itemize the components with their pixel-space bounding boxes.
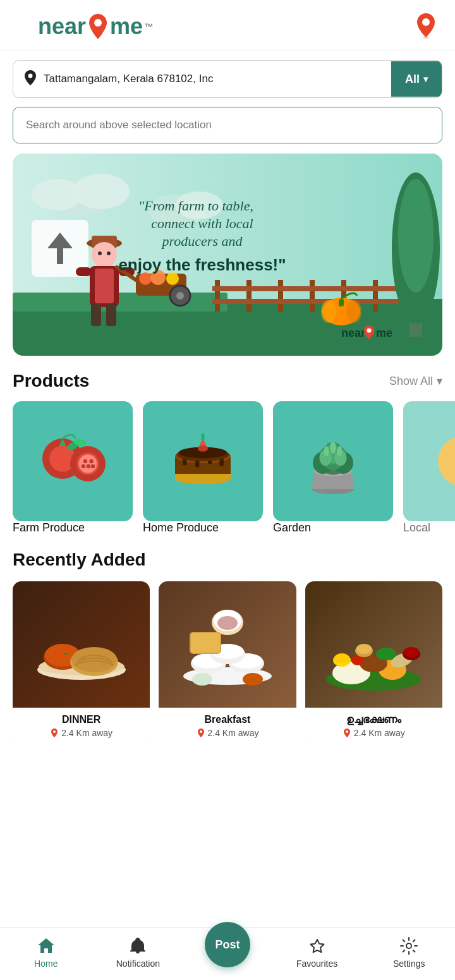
svg-point-129 — [404, 647, 419, 657]
svg-text:producers and: producers and — [161, 233, 243, 249]
svg-rect-30 — [76, 267, 92, 276]
svg-point-132 — [346, 730, 348, 733]
svg-point-60 — [79, 455, 97, 473]
chevron-down-icon: ▾ — [423, 74, 428, 84]
logo-near-icon — [15, 13, 38, 40]
svg-text:enjoy the freshness!": enjoy the freshness!" — [118, 255, 286, 274]
svg-rect-81 — [175, 474, 231, 480]
nav-favourites[interactable]: Favourites — [292, 936, 343, 969]
breakfast-distance: 2.4 Km away — [165, 728, 289, 738]
svg-point-26 — [98, 251, 102, 255]
location-text: Tattamangalam, Kerala 678102, Inc — [44, 73, 213, 85]
product-card-home[interactable]: Home Produce — [143, 401, 263, 535]
products-section-header: Products Show All ▾ — [0, 371, 455, 391]
settings-icon — [399, 936, 419, 956]
breakfast-image — [159, 581, 296, 708]
svg-point-25 — [92, 242, 117, 267]
all-filter-button[interactable]: All ▾ — [391, 61, 442, 97]
nav-notification[interactable]: Notification — [112, 936, 163, 969]
svg-point-3 — [28, 74, 33, 78]
svg-point-47 — [398, 179, 434, 293]
svg-point-126 — [334, 653, 349, 663]
notification-icon — [128, 936, 148, 956]
nav-home[interactable]: Home — [21, 936, 71, 969]
nav-post-button[interactable]: Post — [205, 922, 250, 967]
svg-rect-32 — [91, 304, 101, 326]
svg-point-27 — [107, 251, 111, 255]
location-bar[interactable]: Tattamangalam, Kerala 678102, Inc All ▾ — [13, 60, 442, 98]
svg-point-64 — [82, 464, 85, 468]
dinner-card-body: DINNER 2.4 Km away — [13, 708, 150, 746]
svg-point-1 — [422, 18, 430, 26]
svg-point-131 — [356, 644, 372, 654]
local-label: Local — [403, 521, 430, 534]
svg-point-111 — [192, 673, 212, 686]
recently-added-section: Recently Added — [0, 550, 455, 746]
svg-point-43 — [346, 300, 361, 323]
location-input-area[interactable]: Tattamangalam, Kerala 678102, Inc — [13, 61, 391, 97]
nav-notification-label: Notification — [116, 959, 160, 969]
svg-point-100 — [71, 647, 117, 672]
svg-rect-6 — [13, 293, 228, 312]
recent-card-dinner[interactable]: DINNER 2.4 Km away — [13, 581, 150, 746]
garden-image — [273, 401, 393, 521]
logo-tm: ™ — [144, 21, 153, 32]
location-pin-icon — [23, 70, 37, 88]
svg-point-92 — [324, 446, 329, 456]
svg-rect-29 — [95, 269, 114, 303]
product-card-farm[interactable]: Farm Produce — [13, 401, 133, 535]
product-card-local[interactable]: Local — [403, 401, 455, 535]
svg-text:connect with local: connect with local — [151, 215, 253, 231]
lunch-card-body: ഉച്ചഭക്ഷണം 2.4 Km away — [305, 708, 442, 746]
local-image — [403, 401, 455, 521]
dinner-distance: 2.4 Km away — [19, 728, 143, 738]
breakfast-card-body: Breakfast 2.4 Km away — [159, 708, 296, 746]
svg-point-78 — [198, 445, 208, 452]
svg-rect-10 — [310, 280, 315, 312]
header: near me ™ — [0, 0, 455, 51]
svg-text:near: near — [341, 327, 365, 339]
search-bar[interactable] — [13, 107, 442, 143]
svg-point-115 — [217, 616, 238, 630]
recently-added-title: Recently Added — [13, 550, 442, 570]
banner-illustration: "From farm to table, connect with local … — [13, 154, 442, 356]
svg-rect-33 — [106, 304, 116, 326]
nav-settings[interactable]: Settings — [384, 936, 434, 969]
favourites-icon — [307, 936, 327, 956]
breakfast-title: Breakfast — [165, 714, 289, 725]
svg-point-118 — [200, 730, 202, 733]
svg-rect-7 — [215, 280, 220, 312]
svg-point-62 — [89, 459, 93, 463]
svg-point-101 — [58, 654, 61, 658]
svg-rect-8 — [246, 280, 252, 312]
svg-text:me: me — [376, 327, 392, 339]
nav-favourites-label: Favourites — [296, 959, 337, 969]
home-produce-image — [143, 401, 263, 521]
svg-point-37 — [166, 272, 179, 285]
svg-rect-14 — [212, 286, 415, 291]
show-all-button[interactable]: Show All ▾ — [389, 374, 442, 388]
logo-text-me: me — [110, 13, 143, 40]
svg-rect-15 — [212, 299, 415, 304]
svg-point-93 — [337, 446, 342, 456]
recent-card-breakfast[interactable]: Breakfast 2.4 Km away — [159, 581, 296, 746]
product-card-garden[interactable]: Garden — [273, 401, 393, 535]
nav-settings-label: Settings — [393, 959, 425, 969]
search-input[interactable] — [13, 107, 442, 143]
svg-point-65 — [91, 464, 95, 468]
home-icon — [36, 936, 56, 956]
svg-point-91 — [330, 442, 336, 454]
svg-point-53 — [367, 329, 372, 333]
dinner-title: DINNER — [19, 714, 143, 725]
svg-point-18 — [32, 179, 82, 210]
all-label: All — [405, 73, 420, 86]
logo: near me ™ — [15, 13, 153, 40]
banner: "From farm to table, connect with local … — [13, 154, 442, 356]
recent-card-lunch[interactable]: ഉച്ചഭക്ഷണം 2.4 Km away — [305, 581, 442, 746]
chevron-down-icon: ▾ — [437, 374, 442, 388]
logo-pin-icon — [87, 13, 109, 40]
products-title: Products — [13, 371, 89, 391]
header-location-icon[interactable] — [412, 11, 440, 42]
svg-point-94 — [438, 436, 455, 487]
svg-point-102 — [64, 653, 67, 655]
